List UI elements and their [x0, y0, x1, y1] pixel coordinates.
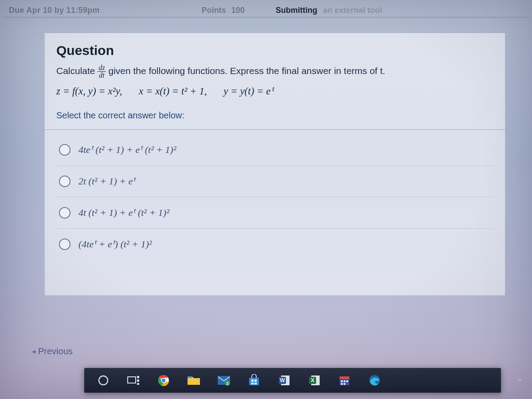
chevron-left-icon: ◂ — [32, 347, 35, 356]
option-2[interactable]: 2t (t² + 1) + eᵗ — [56, 165, 493, 197]
svg-rect-29 — [341, 383, 343, 385]
svg-text:W: W — [280, 377, 285, 383]
svg-rect-3 — [137, 379, 139, 382]
excel-icon[interactable]: X — [307, 373, 322, 388]
svg-rect-17 — [254, 383, 257, 384]
windows-taskbar: 2 W X — [84, 368, 501, 393]
previous-button[interactable]: ◂ Previous — [32, 346, 73, 356]
fraction-denominator: dt — [98, 72, 106, 79]
store-icon[interactable] — [246, 373, 262, 388]
points-label: Points — [202, 6, 226, 15]
option-1-text: 4teᵗ (t² + 1) + eᵗ (t² + 1)² — [78, 144, 176, 156]
option-2-text: 2t (t² + 1) + eᵗ — [78, 176, 135, 187]
svg-rect-30 — [344, 383, 345, 385]
svg-rect-26 — [341, 380, 343, 382]
fraction-dz-dt: dz dt — [98, 64, 106, 79]
option-4[interactable]: (4teᵗ + eᵗ) (t² + 1)² — [56, 228, 493, 260]
question-title: Question — [56, 43, 493, 58]
svg-text:X: X — [311, 377, 314, 383]
chrome-icon[interactable] — [156, 373, 171, 388]
question-prompt: Calculate dz dt given the following func… — [56, 64, 493, 79]
points-value: 100 — [231, 6, 245, 15]
equation-x: x = x(t) = t² + 1, — [139, 86, 207, 97]
svg-rect-9 — [188, 376, 192, 378]
fraction-numerator: dz — [98, 64, 106, 72]
radio-icon[interactable] — [59, 144, 70, 156]
svg-rect-1 — [128, 377, 136, 383]
svg-rect-25 — [340, 376, 349, 379]
svg-rect-2 — [137, 376, 139, 378]
prompt-text-before: Calculate — [56, 66, 98, 76]
prompt-text-after: given the following functions. Express t… — [108, 66, 385, 76]
equation-z: z = f(x, y) = x²y, — [56, 86, 122, 97]
header-divider — [3, 17, 529, 18]
tray-chevron-up-icon[interactable]: ˄ — [516, 378, 523, 389]
file-explorer-icon[interactable] — [186, 373, 201, 388]
question-card: Question Calculate dz dt given the follo… — [44, 33, 505, 296]
radio-icon[interactable] — [59, 207, 70, 219]
svg-rect-4 — [137, 383, 139, 385]
select-instruction: Select the correct answer below: — [56, 110, 493, 121]
equation-y: y = y(t) = eᵗ — [223, 86, 274, 97]
radio-icon[interactable] — [59, 239, 70, 250]
option-3[interactable]: 4t (t² + 1) + eᵗ (t² + 1)² — [56, 197, 493, 228]
svg-rect-15 — [254, 379, 257, 382]
svg-rect-14 — [251, 379, 254, 382]
svg-text:2: 2 — [226, 381, 228, 386]
task-view-icon[interactable] — [126, 373, 141, 388]
assignment-header: Due Apr 10 by 11:59pm Points 100 Submitt… — [0, 0, 532, 17]
equation-row: z = f(x, y) = x²y, x = x(t) = t² + 1, y … — [56, 85, 493, 97]
previous-label: Previous — [38, 346, 73, 356]
option-4-text: (4teᵗ + eᵗ) (t² + 1)² — [78, 239, 152, 250]
svg-rect-8 — [188, 379, 200, 385]
calendar-icon[interactable] — [337, 373, 352, 388]
submitting-value: an external tool — [323, 6, 382, 15]
options-divider — [45, 129, 505, 130]
answer-options: 4teᵗ (t² + 1) + eᵗ (t² + 1)² 2t (t² + 1)… — [56, 134, 493, 260]
cortana-circle-icon[interactable] — [96, 373, 111, 388]
edge-icon[interactable] — [367, 373, 382, 388]
option-1[interactable]: 4teᵗ (t² + 1) + eᵗ (t² + 1)² — [56, 134, 493, 165]
submitting-label: Submitting — [276, 6, 317, 15]
submitting-row: Submitting an external tool — [276, 6, 382, 15]
svg-point-0 — [99, 376, 108, 385]
svg-rect-13 — [249, 378, 259, 385]
word-icon[interactable]: W — [277, 373, 292, 388]
radio-icon[interactable] — [59, 176, 70, 187]
svg-rect-16 — [251, 383, 254, 384]
svg-rect-27 — [344, 380, 345, 382]
svg-rect-28 — [346, 380, 348, 382]
mail-icon[interactable]: 2 — [216, 373, 231, 388]
due-date: Due Apr 10 by 11:59pm — [9, 6, 100, 15]
option-3-text: 4t (t² + 1) + eᵗ (t² + 1)² — [78, 207, 169, 219]
